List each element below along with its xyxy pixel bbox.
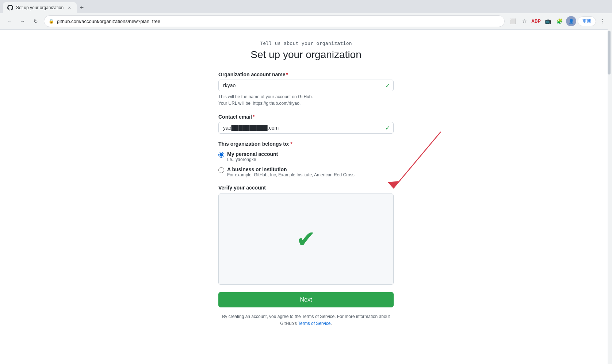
org-name-check-icon: ✓: [385, 82, 390, 89]
form-container: Organization account name* ✓ This will b…: [218, 72, 394, 327]
radio-personal-account: My personal account I.e., yaorongke: [218, 151, 394, 162]
url-text: github.com/account/organizations/new?pla…: [57, 19, 500, 24]
page-subtitle: Tell us about your organization: [260, 41, 352, 46]
cast-icon[interactable]: 📺: [543, 16, 553, 26]
verify-section: Verify your account ✔: [218, 185, 394, 285]
footer-text: By creating an account, you agree to the…: [218, 313, 394, 327]
required-star: *: [286, 72, 288, 77]
radio-business-labels: A business or institution For example: G…: [227, 166, 355, 177]
org-name-input-wrapper: ✓: [218, 80, 394, 91]
scrollbar-thumb[interactable]: [608, 31, 611, 74]
verify-box[interactable]: ✔: [218, 194, 394, 285]
contact-email-label: Contact email*: [218, 114, 394, 120]
active-tab[interactable]: Set up your organization ✕: [3, 2, 77, 13]
radio-personal-sublabel: I.e., yaorongke: [227, 157, 278, 162]
bookmark-star-icon[interactable]: ☆: [519, 16, 529, 26]
terms-of-service-link[interactable]: Terms of Service: [298, 321, 330, 326]
radio-business: A business or institution For example: G…: [218, 166, 394, 177]
back-button[interactable]: ←: [4, 16, 15, 26]
org-name-group: Organization account name* ✓ This will b…: [218, 72, 394, 107]
new-tab-button[interactable]: +: [77, 3, 87, 13]
radio-business-input[interactable]: [218, 167, 224, 173]
contact-email-group: Contact email* ✓: [218, 114, 394, 134]
browser-chrome: Set up your organization ✕ + ← → ↻ 🔒 git…: [0, 0, 612, 30]
radio-personal-input[interactable]: [218, 152, 224, 158]
verify-checkmark-icon: ✔: [296, 226, 316, 253]
email-check-icon: ✓: [385, 124, 390, 131]
org-name-label: Organization account name*: [218, 72, 394, 77]
required-star-belongs: *: [290, 141, 292, 147]
tab-close-btn[interactable]: ✕: [66, 5, 72, 11]
github-favicon: [7, 5, 13, 11]
refresh-button[interactable]: ↻: [31, 16, 41, 26]
verify-label: Verify your account: [218, 185, 394, 191]
tab-bar: Set up your organization ✕ +: [0, 0, 612, 13]
adblock-icon[interactable]: ABP: [531, 16, 541, 26]
svg-line-0: [393, 132, 441, 188]
profile-button[interactable]: 👤: [566, 16, 576, 26]
contact-email-input[interactable]: [218, 122, 394, 134]
address-bar: ← → ↻ 🔒 github.com/account/organizations…: [0, 13, 612, 29]
url-bar[interactable]: 🔒 github.com/account/organizations/new?p…: [44, 15, 505, 27]
tab-title: Set up your organization: [16, 5, 64, 10]
page-title: Set up your organization: [250, 49, 362, 61]
menu-icon[interactable]: ⋮: [597, 16, 608, 26]
scrollbar[interactable]: [608, 29, 612, 364]
screenshot-icon[interactable]: ⬜: [508, 16, 518, 26]
contact-email-input-wrapper: ✓: [218, 122, 394, 134]
radio-business-label: A business or institution: [227, 166, 355, 172]
radio-business-sublabel: For example: GitHub, Inc, Example Instit…: [227, 172, 355, 177]
extensions-icon[interactable]: 🧩: [554, 16, 565, 26]
lock-icon: 🔒: [49, 19, 54, 24]
next-button[interactable]: Next: [218, 292, 394, 307]
toolbar-right: ⬜ ☆ ABP 📺 🧩 👤 更新 ⋮: [508, 16, 608, 26]
belongs-to-label: This organization belongs to:*: [218, 141, 394, 147]
org-name-hint: This will be the name of your account on…: [218, 93, 394, 107]
page-content: Tell us about your organization Set up y…: [0, 30, 612, 364]
update-button[interactable]: 更新: [578, 16, 596, 26]
belongs-to-section: This organization belongs to:* My person…: [218, 141, 394, 177]
required-star-email: *: [253, 114, 255, 120]
forward-button[interactable]: →: [18, 16, 28, 26]
org-name-input[interactable]: [218, 80, 394, 91]
radio-personal-label: My personal account: [227, 151, 278, 157]
radio-personal-labels: My personal account I.e., yaorongke: [227, 151, 278, 162]
